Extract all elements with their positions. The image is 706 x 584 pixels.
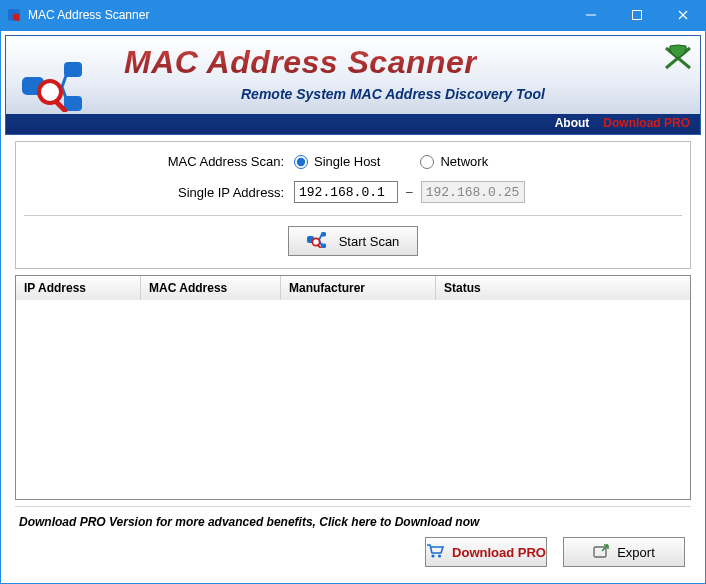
col-mac[interactable]: MAC Address — [141, 276, 281, 300]
single-host-label: Single Host — [314, 154, 380, 169]
window-title: MAC Address Scanner — [28, 8, 568, 22]
cart-icon — [426, 544, 444, 561]
banner-subtitle: Remote System MAC Address Discovery Tool — [241, 86, 545, 102]
config-panel: MAC Address Scan: Single Host Network Si… — [15, 141, 691, 269]
about-link[interactable]: About — [555, 116, 590, 130]
svg-point-13 — [312, 238, 319, 245]
col-manufacturer[interactable]: Manufacturer — [281, 276, 436, 300]
download-pro-button[interactable]: Download PRO — [425, 537, 547, 567]
ip-label: Single IP Address: — [24, 185, 294, 200]
app-icon — [6, 7, 22, 23]
network-option[interactable]: Network — [420, 154, 488, 169]
ip-end-input — [421, 181, 525, 203]
banner-logo-icon — [20, 62, 106, 115]
minimize-button[interactable] — [568, 0, 614, 30]
network-radio[interactable] — [420, 155, 434, 169]
svg-point-15 — [431, 554, 434, 557]
export-label: Export — [617, 545, 655, 560]
table-header: IP Address MAC Address Manufacturer Stat… — [16, 276, 690, 300]
svg-rect-6 — [64, 62, 82, 77]
svg-rect-3 — [586, 15, 596, 16]
export-icon — [593, 544, 609, 561]
titlebar[interactable]: MAC Address Scanner — [0, 0, 706, 30]
network-label: Network — [440, 154, 488, 169]
scan-mode-label: MAC Address Scan: — [24, 154, 294, 169]
single-host-option[interactable]: Single Host — [294, 154, 380, 169]
close-button[interactable] — [660, 0, 706, 30]
download-pro-link[interactable]: Download PRO — [603, 116, 690, 130]
svg-point-16 — [438, 554, 441, 557]
single-host-radio[interactable] — [294, 155, 308, 169]
pirate-icon — [662, 44, 694, 75]
banner-title: MAC Address Scanner — [124, 44, 477, 81]
export-button[interactable]: Export — [563, 537, 685, 567]
scan-icon — [307, 232, 329, 251]
start-scan-button[interactable]: Start Scan — [288, 226, 419, 256]
svg-rect-11 — [321, 232, 326, 237]
results-table: IP Address MAC Address Manufacturer Stat… — [15, 275, 691, 500]
ip-range-dash: – — [406, 185, 413, 199]
svg-point-8 — [39, 81, 61, 103]
banner: MAC Address Scanner Remote System MAC Ad… — [5, 35, 701, 135]
download-pro-label: Download PRO — [452, 545, 546, 560]
maximize-button[interactable] — [614, 0, 660, 30]
svg-rect-12 — [321, 243, 326, 248]
footer-message[interactable]: Download PRO Version for more advanced b… — [15, 506, 691, 535]
svg-rect-4 — [633, 11, 642, 20]
start-scan-label: Start Scan — [339, 234, 400, 249]
ip-start-input[interactable] — [294, 181, 398, 203]
col-ip[interactable]: IP Address — [16, 276, 141, 300]
col-status[interactable]: Status — [436, 276, 690, 300]
